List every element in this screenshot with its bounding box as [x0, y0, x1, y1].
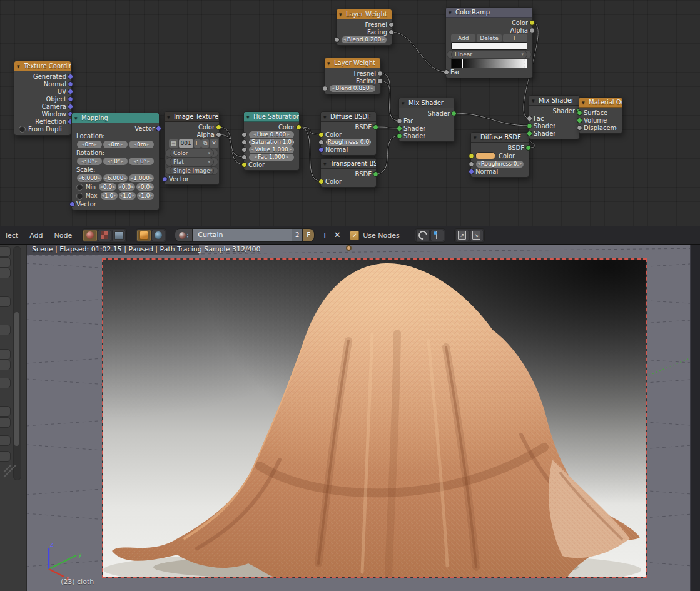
tool-shelf-button[interactable] [0, 349, 11, 360]
node-header-diffuse2[interactable]: ▼Diffuse BSDF [471, 133, 529, 143]
input-row-color[interactable]: Color [244, 161, 299, 168]
slider-saturation-1-0[interactable]: ◂Saturation 1.0▸ [249, 139, 294, 146]
socket-hue-0-500[interactable] [241, 132, 247, 138]
viewport-3d[interactable]: Scene | Elapsed: 01:02.15 | Paused | Pat… [0, 245, 700, 591]
collapse-icon[interactable]: ▼ [474, 133, 477, 142]
socket-normal[interactable] [318, 147, 324, 153]
tool-shelf-button[interactable] [0, 325, 11, 335]
compositing-nodes-button[interactable] [112, 230, 126, 241]
shader-nodes-button[interactable] [83, 230, 97, 241]
socket-object[interactable] [68, 96, 73, 102]
node-link[interactable] [392, 32, 447, 72]
socket-color[interactable] [318, 179, 324, 184]
socket-bsdf[interactable] [525, 145, 531, 151]
node-header-colorramp[interactable]: ▼ColorRamp [446, 8, 532, 18]
dropdown-flat[interactable]: Flat▾ [170, 158, 214, 166]
socket-color[interactable] [296, 124, 302, 130]
node-header-lw2[interactable]: ▼Layer Weight [325, 58, 380, 68]
colorramp-gradient[interactable] [451, 59, 527, 68]
node-header-image-texture[interactable]: ▼Image Texture [165, 112, 219, 122]
number-field[interactable]: ◂6.000▸ [77, 174, 102, 182]
input-row-shader[interactable]: Shader [529, 129, 579, 137]
socket-bsdf[interactable] [373, 124, 378, 130]
tool-shelf-button[interactable] [0, 406, 11, 417]
input-row-fac[interactable]: Fac [399, 117, 454, 124]
output-row-fresnel[interactable]: Fresnel [325, 69, 380, 77]
slider-roughness-0[interactable]: ◂Roughness 0.▸ [476, 161, 524, 168]
socket-fac[interactable] [397, 118, 402, 124]
add-button[interactable]: Add [451, 34, 475, 42]
number-field[interactable]: ◂0.0▸ [136, 183, 154, 191]
output-row-alpha[interactable]: Alpha [165, 131, 219, 138]
socket-shader[interactable] [527, 123, 532, 129]
node-mix2[interactable]: ▼Mix ShaderShaderFacShaderShader [529, 95, 580, 139]
node-transparent[interactable]: ▼Transparent BSDBSDFColor [320, 158, 377, 188]
number-field[interactable]: ◂: 0°▸ [129, 158, 154, 165]
socket-saturation-1-0[interactable] [241, 139, 247, 145]
slider-value-1-000[interactable]: ◂Value 1.000▸ [249, 146, 294, 153]
node-mapping[interactable]: ▼MappingVectorLocation:◂0m▸◂0m▸◂0m▸Rotat… [71, 113, 160, 210]
node-mix1[interactable]: ▼Mix ShaderShaderFacShaderShader [398, 98, 455, 142]
socket-color[interactable] [318, 132, 324, 138]
slider-roughness-0-0[interactable]: ◂Roughness 0.0▸ [326, 139, 371, 146]
socket-alpha[interactable] [216, 132, 221, 138]
socket-fac[interactable] [527, 116, 532, 121]
object-origin-dot[interactable] [346, 245, 352, 251]
number-field[interactable]: ◂1.0▸ [101, 192, 118, 200]
collapse-icon[interactable]: ▼ [17, 61, 20, 71]
node-link[interactable] [454, 113, 530, 126]
output-row-reflection[interactable]: Reflection [14, 118, 71, 125]
tool-shelf-button[interactable] [0, 268, 11, 278]
new-material-button[interactable]: + [318, 229, 331, 241]
collapse-icon[interactable]: ▼ [532, 96, 535, 105]
tool-shelf-button[interactable] [0, 257, 11, 268]
node-header-mix2[interactable]: ▼Mix Shader [529, 96, 579, 106]
collapse-icon[interactable]: ▼ [323, 159, 327, 168]
color-stop-swatch[interactable] [451, 42, 527, 50]
tool-shelf-button[interactable] [0, 360, 11, 370]
output-row-uv[interactable]: UV [14, 88, 71, 95]
socket-vector[interactable] [162, 176, 168, 182]
socket-displacemen[interactable] [577, 125, 582, 131]
input-row-vector[interactable]: Vector [72, 200, 159, 208]
node-diffuse1[interactable]: ▼Diffuse BSDFBSDFColor◂Roughness 0.0▸Nor… [320, 111, 377, 156]
socket-vector[interactable] [156, 126, 161, 131]
properties-panel-edge[interactable] [690, 245, 700, 591]
toggle-circle-from-dupli[interactable] [19, 126, 26, 133]
input-row-vector[interactable]: Vector [165, 175, 219, 183]
socket-facing[interactable] [388, 29, 394, 35]
output-row-alpha[interactable]: Alpha [446, 26, 532, 34]
socket-shader[interactable] [397, 133, 402, 139]
number-field[interactable]: ◂: 0°▸ [103, 158, 128, 165]
node-link[interactable] [376, 136, 400, 174]
slider-blend-0-850[interactable]: ◂Blend 0.850▸ [330, 85, 375, 92]
number-field[interactable]: ◂0m▸ [77, 141, 102, 148]
input-row-surface[interactable]: Surface [579, 109, 622, 116]
collapse-icon[interactable]: ▼ [327, 58, 330, 68]
collapse-icon[interactable]: ▼ [167, 112, 170, 121]
socket-shader[interactable] [397, 126, 402, 131]
dropdown-linear[interactable]: Linear▾ [451, 50, 527, 59]
color-swatch[interactable] [475, 152, 495, 159]
output-row-color[interactable]: Color [244, 123, 299, 131]
socket-fresnel[interactable] [388, 22, 394, 28]
node-link[interactable] [219, 134, 245, 157]
tool-shelf-button[interactable] [0, 435, 11, 446]
output-row-color[interactable]: Color [446, 19, 532, 26]
input-row-color[interactable]: Color [321, 131, 376, 138]
dropdown-color[interactable]: Color▾ [170, 149, 214, 158]
input-row-fac[interactable]: Fac [446, 68, 532, 76]
node-header-mix1[interactable]: ▼Mix Shader [399, 98, 454, 108]
region-resize-grip[interactable] [3, 465, 21, 478]
output-row-camera[interactable]: Camera [14, 103, 71, 110]
use-nodes-checkbox[interactable]: ✓ [350, 231, 359, 240]
node-editor[interactable]: ▼Texture CoordinaGeneratedNormalUVObject… [0, 0, 700, 226]
output-row-generated[interactable]: Generated [14, 73, 71, 80]
socket-alpha[interactable] [529, 28, 535, 33]
dropdown-single-image[interactable]: Single Image▾ [170, 166, 214, 175]
socket-color[interactable] [529, 20, 535, 26]
node-diffuse2[interactable]: ▼Diffuse BSDFBSDFColor◂Roughness 0.▸Norm… [470, 132, 529, 178]
socket-volume[interactable] [577, 118, 582, 123]
menu-add[interactable]: Add [29, 231, 43, 240]
node-header-tex-coord[interactable]: ▼Texture Coordina [14, 61, 71, 71]
